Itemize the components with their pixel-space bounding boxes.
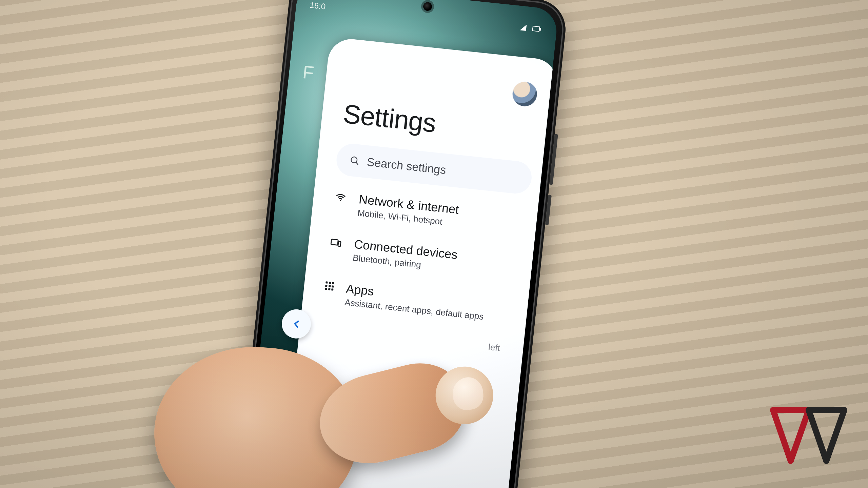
profile-avatar[interactable]: [511, 81, 538, 107]
search-placeholder: Search settings: [366, 155, 447, 177]
page-title: Settings: [342, 98, 538, 149]
phone: 16:0 F Bit Settings: [232, 0, 568, 488]
watermark-logo: [770, 403, 848, 471]
settings-item-apps[interactable]: Apps Assistant, recent apps, default app…: [321, 279, 519, 326]
chevron-left-icon: [290, 318, 302, 330]
partially-obscured-row: left: [318, 324, 514, 355]
settings-item-connected-devices[interactable]: Connected devices Bluetooth, pairing: [326, 234, 524, 281]
signal-icon: [519, 23, 527, 32]
status-time: 16:0: [309, 0, 326, 12]
svg-marker-8: [809, 410, 844, 461]
svg-rect-0: [532, 26, 539, 32]
settings-list: Network & internet Mobile, Wi-Fi, hotspo…: [321, 189, 528, 326]
devices-icon: [329, 236, 343, 249]
apps-icon: [325, 281, 335, 291]
search-icon: [349, 155, 360, 166]
svg-line-3: [356, 162, 358, 164]
svg-rect-5: [331, 239, 338, 245]
phone-screen: 16:0 F Bit Settings: [240, 0, 559, 488]
wifi-icon: [334, 191, 348, 205]
status-right-icons: [519, 23, 541, 33]
settings-sheet: Settings Search settings N: [276, 37, 559, 488]
home-widget-fragment: F: [302, 61, 315, 83]
photo-scene: 16:0 F Bit Settings: [0, 0, 868, 488]
svg-rect-6: [338, 241, 341, 246]
battery-icon: [532, 26, 541, 32]
search-settings[interactable]: Search settings: [335, 142, 533, 195]
svg-point-4: [340, 200, 341, 201]
svg-marker-7: [773, 410, 809, 461]
volume-button[interactable]: [549, 134, 558, 185]
power-button[interactable]: [545, 195, 552, 225]
settings-item-network[interactable]: Network & internet Mobile, Wi-Fi, hotspo…: [331, 189, 528, 236]
svg-rect-1: [540, 28, 541, 30]
phone-body: 16:0 F Bit Settings: [232, 0, 568, 488]
